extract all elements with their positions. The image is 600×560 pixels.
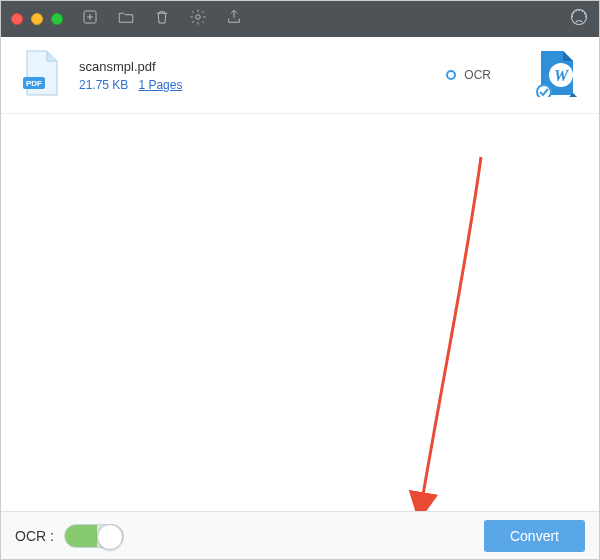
- toolbar: [81, 8, 243, 30]
- ocr-toggle-knob: [97, 524, 123, 550]
- pdf-file-icon: PDF: [21, 49, 65, 101]
- export-icon[interactable]: [225, 8, 243, 30]
- ocr-radio-icon: [446, 70, 456, 80]
- trash-icon[interactable]: [153, 8, 171, 30]
- add-file-icon[interactable]: [81, 8, 99, 30]
- svg-point-3: [196, 15, 201, 20]
- ocr-bottom-label: OCR :: [15, 528, 54, 544]
- file-meta: scansmpl.pdf 21.75 KB 1 Pages: [79, 59, 182, 92]
- minimize-window-button[interactable]: [31, 13, 43, 25]
- ocr-inline-label: OCR: [464, 68, 491, 82]
- ocr-indicator[interactable]: OCR: [446, 68, 491, 82]
- zoom-window-button[interactable]: [51, 13, 63, 25]
- file-row[interactable]: PDF scansmpl.pdf 21.75 KB 1 Pages OCR W: [1, 37, 599, 114]
- close-window-button[interactable]: [11, 13, 23, 25]
- svg-text:PDF: PDF: [26, 79, 42, 88]
- output-format-word-icon[interactable]: W: [535, 49, 579, 101]
- file-name: scansmpl.pdf: [79, 59, 182, 74]
- gear-icon[interactable]: [189, 8, 207, 30]
- window-controls: [11, 13, 63, 25]
- file-size: 21.75 KB: [79, 78, 128, 92]
- file-list: PDF scansmpl.pdf 21.75 KB 1 Pages OCR W: [1, 37, 599, 511]
- folder-icon[interactable]: [117, 8, 135, 30]
- bottombar: OCR : Convert: [1, 511, 599, 559]
- svg-point-4: [572, 10, 587, 25]
- convert-button[interactable]: Convert: [484, 520, 585, 552]
- titlebar: [1, 1, 599, 37]
- support-icon[interactable]: [569, 7, 589, 31]
- annotation-arrow: [391, 147, 501, 511]
- ocr-toggle[interactable]: [64, 524, 124, 548]
- svg-text:W: W: [554, 67, 570, 84]
- file-pages-link[interactable]: 1 Pages: [138, 78, 182, 92]
